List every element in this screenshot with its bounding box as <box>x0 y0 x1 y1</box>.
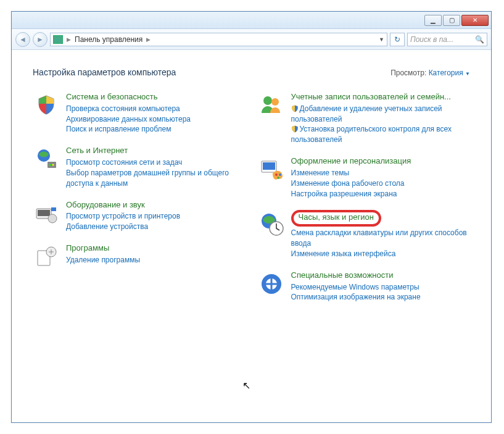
category-link[interactable]: Просмотр состояния сети и задач <box>66 157 246 168</box>
category-body: Специальные возможностиРекомендуемые Win… <box>291 270 471 303</box>
forward-button[interactable]: ► <box>33 32 48 47</box>
category-programs: ПрограммыУдаление программы <box>33 243 246 270</box>
category-link[interactable]: Установка родительского контроля для все… <box>291 124 471 145</box>
minimize-button[interactable]: ▁ <box>424 15 442 26</box>
category-link[interactable]: Изменение фона рабочего стола <box>291 178 471 189</box>
category-title[interactable]: Оборудование и звук <box>66 200 145 209</box>
category-network: Сеть и ИнтернетПросмотр состояния сети и… <box>33 146 246 188</box>
view-by-value[interactable]: Категория <box>429 69 463 77</box>
system-icon <box>33 92 60 119</box>
category-body: Система и безопасностьПроверка состояния… <box>66 92 246 135</box>
category-hardware: Оборудование и звукПросмотр устройств и … <box>33 200 246 232</box>
address-bar[interactable]: ▶ Панель управления ▶ ▼ <box>50 33 387 46</box>
category-access: Специальные возможностиРекомендуемые Win… <box>258 270 471 303</box>
address-dropdown-icon[interactable]: ▼ <box>379 36 384 43</box>
category-clock: Часы, язык и регионСмена раскладки клави… <box>258 210 471 259</box>
category-body: Часы, язык и регионСмена раскладки клави… <box>291 210 471 259</box>
svg-point-16 <box>277 177 279 179</box>
category-link[interactable]: Проверка состояния компьютера <box>66 104 246 114</box>
svg-rect-5 <box>38 210 50 216</box>
category-title[interactable]: Программы <box>66 243 109 252</box>
highlight-ring: Часы, язык и регион <box>291 210 381 227</box>
category-links: Рекомендуемые Windows параметрыОптимизац… <box>291 282 471 303</box>
titlebar: ▁ ▢ ✕ <box>12 12 491 29</box>
category-title[interactable]: Учетные записи пользователей и семейн... <box>291 92 451 101</box>
category-title[interactable]: Специальные возможности <box>291 270 394 280</box>
category-title[interactable]: Система и безопасность <box>66 92 158 101</box>
navbar: ◄ ► ▶ Панель управления ▶ ▼ ↻ Поиск в па… <box>12 29 491 50</box>
category-link[interactable]: Изменение языка интерфейса <box>291 249 471 259</box>
category-links: Просмотр устройств и принтеровДобавление… <box>66 211 246 232</box>
maximize-button[interactable]: ▢ <box>443 15 460 26</box>
category-columns: Система и безопасностьПроверка состояния… <box>33 92 470 303</box>
category-links: Добавление и удаление учетных записей по… <box>291 104 471 145</box>
network-icon <box>33 146 60 173</box>
category-system: Система и безопасностьПроверка состояния… <box>33 92 246 135</box>
svg-point-2 <box>49 164 51 166</box>
category-links: Проверка состояния компьютераАрхивирован… <box>66 104 246 135</box>
programs-icon <box>33 243 60 270</box>
svg-rect-1 <box>48 162 56 168</box>
svg-point-11 <box>271 98 279 106</box>
right-column: Учетные записи пользователей и семейн...… <box>258 92 471 303</box>
category-title[interactable]: Часы, язык и регион <box>299 212 374 222</box>
clock-icon <box>258 210 285 237</box>
control-panel-window: ▁ ▢ ✕ ◄ ► ▶ Панель управления ▶ ▼ ↻ Поис… <box>11 11 492 423</box>
category-link[interactable]: Настройка разрешения экрана <box>291 189 471 199</box>
category-link[interactable]: Добавление и удаление учетных записей по… <box>291 104 471 125</box>
category-body: Оформление и персонализацияИзменение тем… <box>291 156 471 199</box>
category-link[interactable]: Добавление устройства <box>66 222 246 232</box>
category-body: Оборудование и звукПросмотр устройств и … <box>66 200 246 232</box>
category-body: Сеть и ИнтернетПросмотр состояния сети и… <box>66 146 246 188</box>
category-body: Учетные записи пользователей и семейн...… <box>291 92 471 145</box>
category-title[interactable]: Сеть и Интернет <box>66 146 128 155</box>
category-appearance: Оформление и персонализацияИзменение тем… <box>258 156 471 199</box>
category-links: Изменение темыИзменение фона рабочего ст… <box>291 168 471 199</box>
category-links: Просмотр состояния сети и задачВыбор пар… <box>66 157 246 188</box>
control-panel-icon <box>53 35 63 44</box>
category-link[interactable]: Просмотр устройств и принтеров <box>66 211 246 222</box>
breadcrumb-item[interactable]: Панель управления <box>75 35 143 44</box>
category-link[interactable]: Выбор параметров домашней группы и общег… <box>66 168 246 189</box>
category-link[interactable]: Смена раскладки клавиатуры или других сп… <box>291 228 471 249</box>
breadcrumb-sep-icon: ▶ <box>67 36 71 43</box>
appearance-icon <box>258 156 285 183</box>
search-input[interactable]: Поиск в па... 🔍 <box>407 33 487 46</box>
content-area: Настройка параметров компьютера Просмотр… <box>12 50 491 320</box>
category-links: Смена раскладки клавиатуры или других сп… <box>291 228 471 259</box>
svg-point-3 <box>52 164 54 166</box>
category-body: ПрограммыУдаление программы <box>66 243 246 265</box>
users-icon <box>258 92 285 119</box>
svg-rect-13 <box>263 162 275 170</box>
svg-point-10 <box>263 96 272 105</box>
breadcrumb-sep-icon: ▶ <box>146 36 151 43</box>
refresh-button[interactable]: ↻ <box>390 33 405 46</box>
category-link[interactable]: Удаление программы <box>66 255 246 265</box>
category-link[interactable]: Изменение темы <box>291 168 471 178</box>
category-link[interactable]: Рекомендуемые Windows параметры <box>291 282 471 293</box>
svg-point-14 <box>275 173 278 176</box>
view-by: Просмотр: Категория ▼ <box>390 69 470 77</box>
category-link[interactable]: Оптимизация изображения на экране <box>291 292 471 303</box>
category-title[interactable]: Оформление и персонализация <box>291 156 411 165</box>
category-links: Удаление программы <box>66 255 246 265</box>
page-title: Настройка параметров компьютера <box>33 67 176 77</box>
view-by-label: Просмотр: <box>390 69 426 77</box>
svg-point-6 <box>48 214 57 223</box>
category-users: Учетные записи пользователей и семейн...… <box>258 92 471 145</box>
header-row: Настройка параметров компьютера Просмотр… <box>33 67 470 77</box>
close-button[interactable]: ✕ <box>461 15 489 26</box>
back-button[interactable]: ◄ <box>15 32 30 47</box>
chevron-down-icon[interactable]: ▼ <box>465 71 470 77</box>
mouse-cursor-icon: ↖ <box>242 380 250 391</box>
category-link[interactable]: Архивирование данных компьютера <box>66 114 246 125</box>
left-column: Система и безопасностьПроверка состояния… <box>33 92 246 303</box>
search-placeholder: Поиск в па... <box>410 35 453 44</box>
svg-point-15 <box>279 173 281 176</box>
hardware-icon <box>33 200 60 227</box>
access-icon <box>258 270 285 298</box>
category-link[interactable]: Поиск и исправление проблем <box>66 124 246 135</box>
svg-rect-7 <box>51 207 56 211</box>
search-icon[interactable]: 🔍 <box>475 35 484 44</box>
